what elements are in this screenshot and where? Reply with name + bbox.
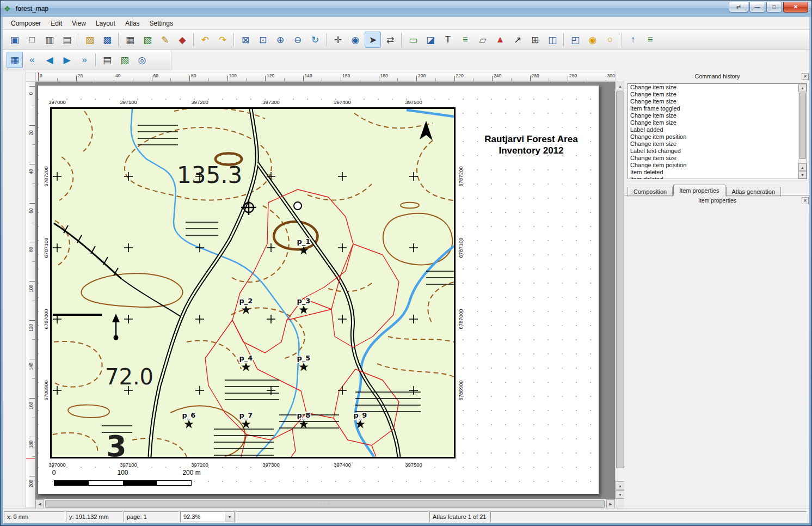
add-image-button[interactable]: ◪ — [422, 32, 439, 48]
scroll-up-button-2[interactable]: ▲ — [616, 481, 624, 490]
history-item[interactable]: Item deleted — [628, 176, 807, 179]
raise-items-button[interactable]: ↑ — [625, 32, 641, 48]
add-arrow-button[interactable]: ↗ — [509, 32, 526, 48]
history-item[interactable]: Change item size — [628, 140, 807, 148]
new-composition-button[interactable]: □ — [24, 32, 40, 48]
canvas-horizontal-scrollbar[interactable]: ◀ · · · ▶ — [35, 499, 615, 508]
history-item[interactable]: Change item size — [628, 84, 807, 91]
save-project-button[interactable]: ▣ — [7, 32, 23, 48]
horizontal-scroll-thumb[interactable]: · · · — [45, 500, 605, 508]
unlock-items-button[interactable]: ○ — [602, 32, 618, 48]
menu-settings[interactable]: Settings — [145, 18, 178, 29]
load-from-template-button[interactable]: ▨ — [82, 32, 98, 48]
history-item[interactable]: Change item size — [628, 112, 807, 119]
scroll-left-button[interactable]: ◀ — [35, 499, 44, 508]
titlebar[interactable]: ❖ forest_map ⇄ — □ ✕ — [1, 1, 811, 17]
last-feature-button[interactable]: » — [76, 52, 93, 68]
next-feature-button[interactable]: ▶ — [59, 52, 75, 68]
zoom-level-combo[interactable]: 92.3% ▼ — [180, 511, 235, 522]
history-item[interactable]: Item deleted — [628, 169, 807, 176]
export-svg-button[interactable]: ✎ — [157, 32, 173, 48]
tab-item-properties[interactable]: Item properties — [673, 185, 725, 195]
add-table-button[interactable]: ⊞ — [527, 32, 543, 48]
minimize-button[interactable]: — — [749, 2, 765, 13]
menu-composer[interactable]: Composer — [6, 18, 46, 29]
history-item[interactable]: Item frame toggled — [628, 105, 807, 112]
first-feature-button[interactable]: « — [24, 52, 40, 68]
panel-tabs: CompositionItem propertiesAtlas generati… — [628, 185, 807, 195]
add-shape-button[interactable]: ▲ — [492, 32, 508, 48]
menu-view[interactable]: View — [67, 18, 91, 29]
command-history-list[interactable]: ▲ ▲ ▼ Change item sizeChange item sizeCh… — [628, 83, 807, 179]
map-coordinate-label: 397200 — [191, 99, 208, 105]
print-button[interactable]: ▦ — [122, 32, 138, 48]
toolbar-separator — [563, 33, 564, 46]
canvas-vertical-scrollbar[interactable]: ▲ ▲ ▼ — [615, 82, 624, 499]
lock-items-button[interactable]: ◉ — [585, 32, 601, 48]
vertical-scroll-thumb[interactable] — [616, 91, 624, 468]
zoom-tool-button[interactable]: ◉ — [347, 32, 364, 48]
refresh-view-button[interactable]: ↻ — [307, 32, 323, 48]
map-coordinate-label: 397000 — [48, 462, 66, 468]
manage-compositions-button[interactable]: ▤ — [59, 32, 75, 48]
command-history-close-button[interactable]: ✕ — [802, 73, 809, 80]
menu-edit[interactable]: Edit — [46, 18, 67, 29]
export-atlas-button[interactable]: ▧ — [116, 52, 133, 68]
menu-layout[interactable]: Layout — [91, 18, 120, 29]
scroll-up-button[interactable]: ▲ — [616, 82, 624, 90]
scroll-right-button[interactable]: ▶ — [606, 499, 615, 508]
zoom-full-button[interactable]: ⊠ — [237, 32, 254, 48]
chevron-down-icon[interactable]: ▼ — [225, 512, 234, 522]
history-item[interactable]: Change item size — [628, 119, 807, 126]
export-pdf-button[interactable]: ◆ — [174, 32, 190, 48]
align-items-button[interactable]: ≡ — [642, 32, 659, 48]
map-item[interactable]: 135.3 72.0 3 p_1p_2p_3p_4p_5p_6p_7p_8p_9 — [50, 107, 456, 458]
toolbar-separator — [78, 33, 79, 46]
move-item-content-button[interactable]: ⇄ — [382, 32, 398, 48]
composer-toolbar: ▣□▥▤▨▩▦▧✎◆↶↷⊠⊡⊕⊖↻✛◉➤⇄▭◪T≡▱▲↗⊞◫◰◉○↑≡ — [3, 30, 809, 50]
maximize-button[interactable]: □ — [766, 2, 782, 13]
history-item[interactable]: Change item size — [628, 91, 807, 98]
history-item[interactable]: Label added — [628, 126, 807, 133]
add-html-button[interactable]: ◫ — [544, 32, 561, 48]
scalebar-item[interactable]: 0100200 m — [49, 467, 218, 493]
history-item[interactable]: Change item position — [628, 133, 807, 140]
history-scroll-down-button[interactable]: ▼ — [798, 171, 807, 179]
previous-feature-button[interactable]: ◀ — [41, 52, 58, 68]
map-title-label[interactable]: Rautjarvi Forest Area Inventory 2012 — [469, 133, 593, 156]
item-properties-close-button[interactable]: ✕ — [802, 197, 809, 204]
save-as-template-button[interactable]: ▩ — [99, 32, 115, 48]
history-scrollbar[interactable]: ▲ ▲ ▼ — [798, 84, 807, 179]
redo-button[interactable]: ↷ — [214, 32, 231, 48]
zoom-actual-button[interactable]: ⊡ — [255, 32, 271, 48]
scroll-down-button[interactable]: ▼ — [616, 490, 624, 499]
pan-button[interactable]: ✛ — [330, 32, 346, 48]
window-extra-button[interactable]: ⇄ — [729, 2, 748, 13]
zoom-out-button[interactable]: ⊖ — [290, 32, 306, 48]
composer-canvas[interactable]: 135.3 72.0 3 p_1p_2p_3p_4p_5p_6p_7p_8p_9… — [35, 82, 624, 508]
add-scalebar-button[interactable]: ▱ — [475, 32, 491, 48]
add-label-button[interactable]: T — [440, 32, 456, 48]
atlas-settings-button[interactable]: ◎ — [134, 52, 150, 68]
group-items-button[interactable]: ◰ — [567, 32, 583, 48]
preview-atlas-button[interactable]: ▦ — [7, 52, 23, 68]
junction-symbol — [294, 202, 302, 210]
print-atlas-button[interactable]: ▤ — [99, 52, 115, 68]
history-scroll-up-button-2[interactable]: ▲ — [798, 163, 807, 171]
zoom-in-button[interactable]: ⊕ — [272, 32, 288, 48]
undo-button[interactable]: ↶ — [197, 32, 213, 48]
select-move-item-button[interactable]: ➤ — [365, 32, 381, 48]
export-image-button[interactable]: ▧ — [139, 32, 156, 48]
history-item[interactable]: Change item position — [628, 162, 807, 169]
history-scroll-up-button[interactable]: ▲ — [798, 84, 807, 91]
history-scroll-thumb[interactable] — [799, 93, 806, 159]
close-button[interactable]: ✕ — [783, 2, 808, 13]
add-new-map-button[interactable]: ▭ — [405, 32, 421, 48]
duplicate-composition-button[interactable]: ▥ — [41, 32, 58, 48]
composition-page[interactable]: 135.3 72.0 3 p_1p_2p_3p_4p_5p_6p_7p_8p_9… — [38, 85, 599, 494]
history-item[interactable]: Change item size — [628, 98, 807, 105]
menu-atlas[interactable]: Atlas — [120, 18, 145, 29]
add-legend-button[interactable]: ≡ — [457, 32, 473, 48]
history-item[interactable]: Label text changed — [628, 148, 807, 155]
history-item[interactable]: Change item size — [628, 155, 807, 162]
